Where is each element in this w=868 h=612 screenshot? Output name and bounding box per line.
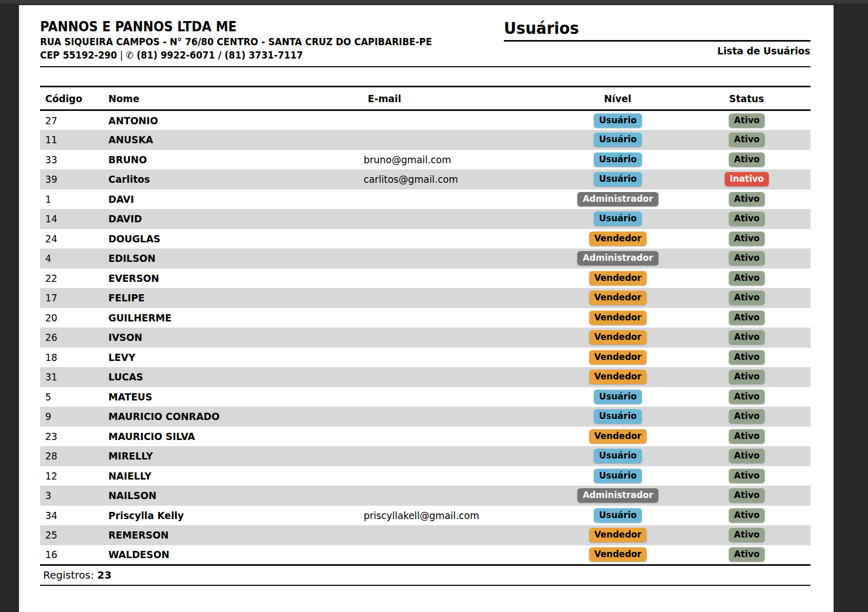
separator: | <box>117 49 126 61</box>
status-badge: Ativo <box>729 508 765 523</box>
cell-nome: MATEUS <box>108 387 364 407</box>
cell-email: priscyllakell@gmail.com <box>364 506 553 526</box>
table-row: 14 DAVID Usuário Ativo <box>40 209 810 229</box>
column-header-nome: Nome <box>108 87 364 110</box>
report-page: PANNOS E PANNOS LTDA ME RUA SIQUEIRA CAM… <box>19 5 834 612</box>
table-row: 23 MAURICIO SILVA Vendedor Ativo <box>40 427 810 447</box>
cell-nome: EVERSON <box>108 269 364 289</box>
cell-nome: MIRELLY <box>108 446 364 466</box>
cell-nome: EDILSON <box>108 248 364 269</box>
status-badge: Ativo <box>729 390 765 404</box>
cell-nome: DAVID <box>108 209 364 229</box>
cell-nivel: Vendedor <box>553 269 683 289</box>
nivel-badge: Usuário <box>594 132 641 147</box>
cell-codigo: 12 <box>40 466 108 486</box>
cell-nome: Carlitos <box>108 169 364 189</box>
cell-status: Ativo <box>683 229 810 249</box>
records-count: Registros: 23 <box>40 566 810 586</box>
cell-status: Ativo <box>683 387 810 407</box>
cell-nome: MAURICIO SILVA <box>108 427 364 447</box>
cell-email <box>364 229 553 249</box>
cell-email <box>364 367 553 387</box>
table-row: 11 ANUSKA Usuário Ativo <box>40 130 810 150</box>
cell-nome: LEVY <box>108 348 364 368</box>
table-row: 18 LEVY Vendedor Ativo <box>40 348 810 368</box>
cell-nivel: Vendedor <box>553 308 683 328</box>
nivel-badge: Vendedor <box>589 232 647 246</box>
cell-nome: REMERSON <box>108 525 364 545</box>
cell-nivel: Administrador <box>553 248 683 269</box>
cell-codigo: 1 <box>40 189 108 209</box>
page-subtitle: Lista de Usuários <box>504 45 810 57</box>
table-row: 39 Carlitos carlitos@gmail.com Usuário I… <box>40 169 810 189</box>
table-row: 28 MIRELLY Usuário Ativo <box>40 446 810 466</box>
cell-nivel: Usuário <box>553 506 683 526</box>
table-row: 3 NAILSON Administrador Ativo <box>40 486 810 506</box>
cell-codigo: 4 <box>40 248 108 269</box>
cell-status: Ativo <box>683 248 810 269</box>
records-value: 23 <box>97 569 111 581</box>
cell-codigo: 27 <box>40 110 108 130</box>
status-badge: Ativo <box>729 232 765 246</box>
title-block: Usuários Lista de Usuários <box>504 19 810 62</box>
nivel-badge: Vendedor <box>589 370 647 384</box>
cell-nome: MAURICIO CONRADO <box>108 407 364 427</box>
cell-nome: BRUNO <box>108 150 364 170</box>
users-table-body: 27 ANTONIO Usuário Ativo 11 ANUSKA Usuár… <box>40 110 810 565</box>
cell-status: Ativo <box>683 209 810 229</box>
status-badge: Ativo <box>729 488 765 503</box>
column-header-nivel: Nível <box>553 87 683 110</box>
cell-status: Ativo <box>683 130 810 150</box>
cell-email <box>364 407 553 427</box>
cell-status: Ativo <box>683 367 810 387</box>
status-badge: Ativo <box>729 271 765 285</box>
page-title: Usuários <box>504 19 810 42</box>
cell-email <box>364 545 553 565</box>
cell-nome: Priscylla Kelly <box>108 506 364 526</box>
cell-codigo: 11 <box>40 130 108 150</box>
cell-nivel: Usuário <box>553 446 683 466</box>
status-badge: Ativo <box>729 350 765 365</box>
cell-status: Ativo <box>683 427 810 447</box>
nivel-badge: Usuário <box>594 172 641 186</box>
status-badge: Ativo <box>729 547 765 562</box>
cell-status: Ativo <box>683 525 810 545</box>
nivel-badge: Usuário <box>594 469 641 483</box>
cell-nivel: Usuário <box>553 407 683 427</box>
cell-status: Ativo <box>683 446 810 466</box>
status-badge: Ativo <box>729 409 765 424</box>
status-badge: Ativo <box>729 113 765 128</box>
status-badge: Ativo <box>729 311 765 325</box>
cell-status: Ativo <box>683 486 810 506</box>
viewer-top-bar <box>0 0 868 4</box>
table-row: 5 MATEUS Usuário Ativo <box>40 387 810 407</box>
cell-nivel: Vendedor <box>553 288 683 308</box>
status-badge: Ativo <box>729 291 765 305</box>
company-name: PANNOS E PANNOS LTDA ME <box>40 19 462 35</box>
cell-email <box>364 525 553 545</box>
nivel-badge: Usuário <box>594 409 641 424</box>
cell-email <box>364 110 553 130</box>
column-header-status: Status <box>683 87 810 110</box>
status-badge: Ativo <box>729 449 765 463</box>
cell-codigo: 33 <box>40 150 108 170</box>
company-cep: CEP 55192-290 <box>40 49 117 61</box>
company-cep-phone: CEP 55192-290|✆ (81) 9922-6071 / (81) 37… <box>40 48 462 62</box>
cell-nome: DAVI <box>108 189 364 209</box>
status-badge: Ativo <box>729 330 765 345</box>
table-row: 1 DAVI Administrador Ativo <box>40 189 810 209</box>
table-row: 20 GUILHERME Vendedor Ativo <box>40 308 810 328</box>
phone-icon: ✆ <box>126 49 134 61</box>
table-row: 26 IVSON Vendedor Ativo <box>40 328 810 348</box>
cell-nome: FELIPE <box>108 288 364 308</box>
cell-nivel: Usuário <box>553 110 683 130</box>
cell-status: Ativo <box>683 348 810 368</box>
cell-status: Ativo <box>683 308 810 328</box>
cell-email <box>364 269 553 289</box>
status-badge: Ativo <box>729 132 765 147</box>
cell-codigo: 34 <box>40 506 108 526</box>
cell-email <box>364 466 553 486</box>
company-block: PANNOS E PANNOS LTDA ME RUA SIQUEIRA CAM… <box>40 19 462 62</box>
cell-email <box>364 387 553 407</box>
cell-nivel: Usuário <box>553 466 683 486</box>
